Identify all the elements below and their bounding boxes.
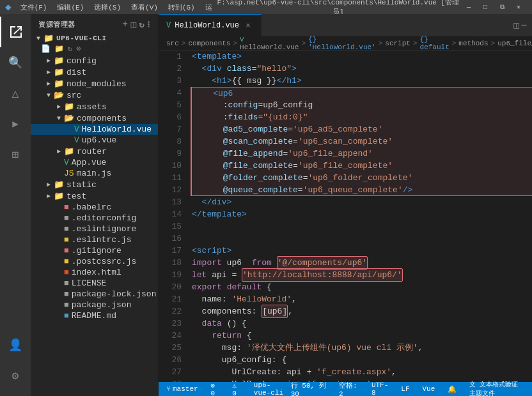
tree-item-components[interactable]: ▼ 📂 components bbox=[31, 112, 158, 124]
tree-item-gitignore[interactable]: ■ .gitignore bbox=[31, 245, 158, 256]
tree-item-up6vue[interactable]: V up6.vue bbox=[31, 135, 158, 146]
search-activity-icon[interactable]: 🔍 bbox=[0, 47, 31, 78]
more-actions-icon[interactable]: ⋯ bbox=[522, 20, 527, 31]
extensions-activity-icon[interactable]: ⊞ bbox=[0, 139, 31, 170]
breadcrumb-methods[interactable]: methods bbox=[458, 40, 488, 47]
git-branch-icon: ⑂ bbox=[166, 385, 171, 393]
window-controls[interactable]: ― □ ⧉ ✕ bbox=[460, 0, 527, 14]
code-line-3: <h1>{{ msg }}</h1> bbox=[192, 75, 532, 87]
sidebar-title: 资源管理器 bbox=[38, 20, 75, 29]
tree-item-appvue[interactable]: V App.vue bbox=[31, 157, 158, 168]
tree-item-test[interactable]: ► 📁 test bbox=[31, 190, 158, 202]
cursor-position[interactable]: 行 50, 列 30 bbox=[288, 381, 329, 397]
menu-goto[interactable]: 转到(G) bbox=[164, 3, 199, 12]
tree-item-assets[interactable]: ► 📁 assets bbox=[31, 101, 158, 112]
explorer-activity-icon[interactable] bbox=[0, 17, 31, 47]
collapse-tree-icon[interactable]: ⊗ bbox=[76, 44, 81, 54]
warnings-count[interactable]: ⚠ 0 bbox=[230, 381, 244, 397]
tree-item-mainjs-label: main.js bbox=[77, 169, 112, 178]
tree-item-static[interactable]: ► 📁 static bbox=[31, 179, 158, 190]
git-activity-icon[interactable]: △ bbox=[0, 78, 31, 109]
chevron-right-icon: ► bbox=[43, 193, 54, 200]
chevron-right-icon: ► bbox=[43, 181, 54, 188]
account-icon[interactable]: 👤 bbox=[0, 330, 31, 360]
tree-item-eslintrc[interactable]: ■ .eslintrc.js bbox=[31, 234, 158, 245]
menu-edit[interactable]: 编辑(E) bbox=[53, 3, 88, 12]
tree-item-eslintignore[interactable]: ■ .eslintignore bbox=[31, 224, 158, 234]
errors-count[interactable]: ⊗ 0 bbox=[208, 381, 223, 397]
refresh-tree-icon[interactable]: ↻ bbox=[68, 44, 72, 54]
breadcrumb-default[interactable]: {} default bbox=[420, 36, 450, 50]
line-ending[interactable]: LF bbox=[398, 385, 412, 393]
new-folder-tree-icon[interactable]: 📁 bbox=[54, 44, 64, 54]
tree-item-mainjs[interactable]: JS main.js bbox=[31, 168, 158, 179]
tree-item-postcss[interactable]: ■ .postcssrc.js bbox=[31, 256, 158, 267]
code-editor[interactable]: <template> <div class="hello"> <h1>{{ ms… bbox=[187, 50, 532, 382]
new-folder-icon[interactable]: ◫ bbox=[130, 19, 136, 30]
tree-item-src[interactable]: ▼ 📂 src bbox=[31, 89, 158, 101]
breadcrumb-file[interactable]: V HelloWorld.vue bbox=[240, 36, 299, 50]
menu-run[interactable]: 运 bbox=[201, 3, 216, 12]
code-line-1: <template> bbox=[192, 50, 532, 63]
menu-bar[interactable]: 文件(F) 编辑(E) 选择(S) 查看(V) 转到(G) 运 bbox=[17, 3, 216, 12]
breadcrumb-components[interactable]: components bbox=[188, 40, 230, 47]
code-line-27: UrlCreate: api + 'f_create.aspx', bbox=[192, 366, 532, 378]
activity-bottom: 👤 ⚙ bbox=[0, 330, 31, 396]
language-mode[interactable]: Vue bbox=[420, 385, 438, 393]
git-branch[interactable]: ⑂ master bbox=[164, 385, 201, 393]
line-num-12: 12 bbox=[161, 184, 182, 196]
tree-item-helloworld[interactable]: V HelloWorld.vue bbox=[31, 124, 158, 135]
tab-helloworld[interactable]: V HelloWorld.vue ✕ bbox=[159, 14, 262, 36]
folder-closed-icon: 📁 bbox=[54, 179, 64, 190]
maximize-button[interactable]: □ bbox=[477, 0, 494, 14]
collapse-icon[interactable]: ⁝ bbox=[147, 19, 150, 30]
menu-select[interactable]: 选择(S) bbox=[90, 3, 125, 12]
js-dot-file-icon: ■ bbox=[64, 235, 69, 245]
code-line-16 bbox=[192, 232, 532, 245]
settings-icon[interactable]: ⚙ bbox=[0, 360, 31, 391]
refresh-icon[interactable]: ↻ bbox=[139, 19, 145, 30]
minimize-button[interactable]: ― bbox=[460, 0, 477, 14]
tree-item-router[interactable]: ► 📁 router bbox=[31, 146, 158, 157]
tree-item-packagejson[interactable]: ■ package.json bbox=[31, 300, 158, 310]
tab-label: HelloWorld.vue bbox=[175, 21, 239, 30]
editor-area: V HelloWorld.vue ✕ ◫ ⋯ src > components … bbox=[159, 14, 532, 396]
code-line-24: return { bbox=[192, 330, 532, 342]
feedback-icon[interactable]: 🔔 bbox=[445, 385, 459, 393]
split-editor-icon[interactable]: ◫ bbox=[513, 20, 519, 31]
indentation[interactable]: 空格: 2 bbox=[336, 381, 361, 397]
tree-item-license[interactable]: ■ LICENSE bbox=[31, 278, 158, 289]
close-button[interactable]: ✕ bbox=[510, 0, 527, 14]
menu-file[interactable]: 文件(F) bbox=[17, 3, 51, 12]
new-file-tree-icon[interactable]: 📄 bbox=[41, 44, 51, 54]
code-line-20: export default { bbox=[192, 281, 532, 293]
tree-item-config[interactable]: ► 📁 config bbox=[31, 55, 158, 66]
code-line-9: @file_append='up6_file_append' bbox=[191, 148, 532, 160]
editor[interactable]: 1 2 3 4 5 6 7 8 9 10 11 12 13 14 15 16 1… bbox=[159, 50, 532, 382]
tree-item-node-modules[interactable]: ► 📁 node_modules bbox=[31, 78, 158, 89]
tree-item-dist[interactable]: ► 📁 dist bbox=[31, 66, 158, 78]
tab-close-button[interactable]: ✕ bbox=[243, 20, 253, 31]
code-line-2: <div class="hello"> bbox=[192, 63, 532, 75]
tree-root[interactable]: ▼ 📁 UP6-VUE-CLI bbox=[31, 33, 158, 44]
debug-activity-icon[interactable]: ▶ bbox=[0, 109, 31, 139]
tree-item-helloworld-label: HelloWorld.vue bbox=[82, 125, 152, 134]
tree-item-editorconfig[interactable]: ■ .editorconfig bbox=[31, 213, 158, 224]
breadcrumb-script[interactable]: script bbox=[385, 40, 411, 47]
new-file-icon[interactable]: + bbox=[123, 19, 129, 30]
tree-item-babelrc[interactable]: ■ .babelrc bbox=[31, 202, 158, 213]
project-name[interactable]: up6-vue-cli bbox=[251, 381, 288, 396]
breadcrumb-src[interactable]: src bbox=[166, 40, 179, 47]
encoding[interactable]: UTF-8 bbox=[369, 381, 391, 396]
tree-item-packagejson-label: package.json bbox=[72, 300, 132, 310]
tree-item-indexhtml[interactable]: ■ index.html bbox=[31, 267, 158, 278]
sidebar-header-icons[interactable]: + ◫ ↻ ⁝ bbox=[123, 19, 150, 30]
code-line-15 bbox=[192, 220, 532, 232]
restore-button[interactable]: ⧉ bbox=[494, 0, 510, 14]
menu-view[interactable]: 查看(V) bbox=[127, 3, 162, 12]
breadcrumb-method-name[interactable]: up6_file_complete bbox=[497, 40, 532, 47]
tree-item-readme[interactable]: ■ README.md bbox=[31, 310, 158, 321]
line-num-14: 14 bbox=[161, 208, 182, 220]
breadcrumb-object[interactable]: {} 'HelloWorld.vue' bbox=[308, 36, 376, 50]
tree-item-package-lock[interactable]: ■ package-lock.json bbox=[31, 289, 158, 300]
